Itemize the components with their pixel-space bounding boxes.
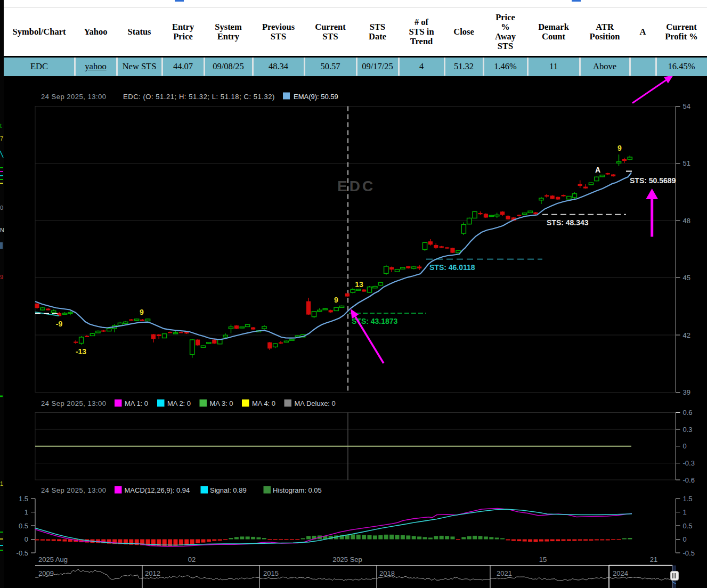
svg-text:24 Sep 2025, 13:00: 24 Sep 2025, 13:00	[41, 399, 107, 407]
svg-text:1: 1	[25, 508, 28, 516]
svg-text:2018: 2018	[379, 569, 395, 577]
svg-text:15: 15	[539, 556, 547, 564]
svg-text:MA Deluxe: 0: MA Deluxe: 0	[295, 399, 336, 407]
svg-text:EDC: (O: 51.21; H: 51.32; L: 5: EDC: (O: 51.21; H: 51.32; L: 51.18; C: 5…	[123, 93, 275, 101]
svg-text:39: 39	[683, 388, 690, 396]
svg-text:02: 02	[188, 556, 196, 564]
svg-text:2021: 2021	[497, 569, 512, 577]
svg-text:24 Sep 2025, 13:00: 24 Sep 2025, 13:00	[41, 486, 107, 494]
svg-text:MA 2: 0: MA 2: 0	[167, 399, 191, 407]
svg-text:45: 45	[683, 274, 690, 282]
svg-text:9: 9	[140, 308, 144, 316]
svg-text:42: 42	[683, 331, 690, 339]
svg-text:EMA(9): 50.59: EMA(9): 50.59	[294, 93, 338, 101]
svg-text:EDC: EDC	[337, 178, 375, 194]
svg-text:48: 48	[683, 217, 690, 225]
svg-text:MA 4: 0: MA 4: 0	[252, 399, 275, 407]
svg-text:24 Sep 2025, 13:00: 24 Sep 2025, 13:00	[41, 93, 107, 101]
svg-text:0: 0	[25, 535, 28, 543]
svg-text:2025 Sep: 2025 Sep	[332, 556, 362, 564]
svg-text:0.3: 0.3	[683, 426, 693, 434]
svg-text:STS: 48.343: STS: 48.343	[547, 218, 589, 227]
svg-text:21: 21	[650, 556, 657, 564]
svg-text:0: 0	[0, 205, 3, 211]
svg-text:N: N	[0, 227, 4, 233]
svg-text:1.5: 1.5	[683, 495, 693, 503]
svg-text:0: 0	[683, 442, 687, 450]
svg-text:-0.5: -0.5	[17, 549, 28, 557]
svg-text:2024: 2024	[613, 569, 628, 577]
svg-text:Histogram: 0.05: Histogram: 0.05	[273, 486, 322, 494]
svg-text:51: 51	[683, 159, 690, 167]
svg-text:t: t	[0, 123, 2, 129]
svg-text:7: 7	[0, 135, 3, 142]
svg-text:MACD(12,26,9): 0.94: MACD(12,26,9): 0.94	[125, 486, 190, 494]
svg-text:-13: -13	[76, 347, 86, 356]
svg-text:0: 0	[683, 535, 687, 543]
svg-text:STS: 50.5689: STS: 50.5689	[630, 176, 676, 185]
svg-text:1.5: 1.5	[19, 495, 28, 503]
svg-text:1: 1	[683, 508, 687, 516]
svg-text:0.5: 0.5	[19, 522, 28, 530]
svg-text:-9: -9	[56, 320, 63, 328]
svg-text:2012: 2012	[145, 569, 160, 577]
svg-text:MA 1: 0: MA 1: 0	[125, 399, 148, 407]
svg-text:9: 9	[0, 274, 3, 280]
svg-text:1: 1	[0, 480, 3, 487]
svg-text:9: 9	[334, 296, 338, 304]
svg-text:0.5: 0.5	[683, 522, 693, 530]
svg-text:-0.6: -0.6	[683, 476, 695, 484]
svg-text:-0.5: -0.5	[683, 549, 695, 557]
svg-text:MA 3: 0: MA 3: 0	[210, 399, 233, 407]
svg-text:2015: 2015	[263, 569, 279, 577]
svg-text:54: 54	[683, 102, 690, 110]
svg-text:0.6: 0.6	[683, 409, 693, 416]
svg-text:13: 13	[355, 280, 363, 289]
svg-text:STS: 46.0118: STS: 46.0118	[429, 263, 475, 272]
svg-text:Signal: 0.89: Signal: 0.89	[210, 486, 247, 494]
svg-text:A: A	[595, 166, 600, 174]
svg-text:-0.3: -0.3	[683, 459, 695, 467]
svg-text:9: 9	[617, 144, 622, 152]
svg-text:2025 Aug: 2025 Aug	[38, 556, 68, 564]
